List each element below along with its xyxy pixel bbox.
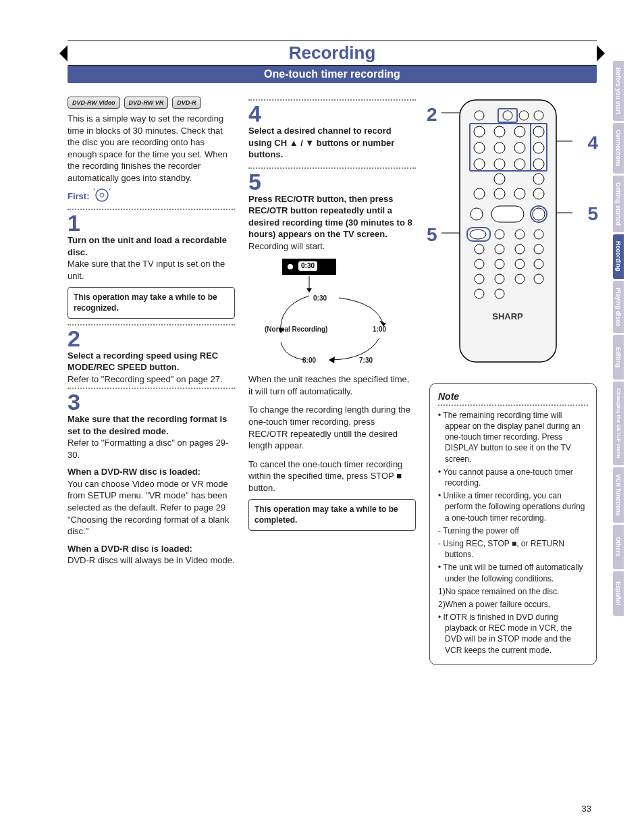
- step-2-head: Select a recording speed using REC MODE/…: [68, 350, 235, 373]
- svg-marker-7: [329, 357, 335, 363]
- svg-marker-3: [306, 288, 312, 292]
- svg-point-34: [533, 188, 544, 199]
- page-title: Recording: [281, 43, 384, 63]
- remote-brand-text: SHARP: [492, 311, 523, 321]
- svg-point-15: [519, 111, 529, 120]
- svg-point-41: [534, 230, 543, 239]
- svg-point-40: [515, 230, 525, 239]
- tab-connections: Connections: [613, 123, 624, 174]
- first-label: First:: [68, 191, 90, 201]
- step-4-number: 4: [248, 102, 416, 125]
- step-1-body: Make sure that the TV input is set on th…: [68, 258, 235, 282]
- after-note: This operation may take a while to be co…: [248, 499, 416, 530]
- page-title-bar: Recording: [68, 41, 597, 66]
- svg-point-13: [475, 111, 484, 120]
- tab-playing-discs: Playing discs: [613, 281, 624, 334]
- svg-point-53: [534, 274, 543, 284]
- after-p3: To cancel the one-touch timer recording …: [248, 459, 416, 494]
- svg-point-33: [514, 188, 525, 199]
- note-item: - Using REC, STOP ■, or RETURN buttons.: [438, 538, 588, 560]
- format-badges: DVD-RW Video DVD-RW VR DVD-R: [68, 97, 235, 109]
- svg-point-20: [533, 126, 544, 137]
- svg-point-42: [475, 244, 484, 254]
- note-item: 2)When a power failure occurs.: [438, 599, 588, 610]
- svg-point-37: [533, 208, 545, 220]
- step-5-body: Recording will start.: [248, 240, 416, 253]
- svg-point-47: [495, 259, 504, 269]
- svg-point-26: [494, 159, 505, 170]
- diag-normal: (Normal Recording): [265, 325, 327, 334]
- step-3-rw-head: When a DVD-RW disc is loaded:: [68, 466, 235, 478]
- svg-point-51: [495, 274, 504, 284]
- svg-point-29: [494, 174, 505, 184]
- svg-point-19: [514, 126, 525, 137]
- note-item: • You cannot pause a one-touch timer rec…: [438, 467, 588, 488]
- note-item: • If OTR is finished in DVD during playb…: [438, 612, 588, 656]
- note-item: 1)No space remained on the disc.: [438, 586, 588, 597]
- diag-800: 8:00: [302, 356, 316, 365]
- callout-4: 4: [587, 130, 598, 156]
- svg-point-54: [475, 289, 484, 298]
- svg-point-31: [474, 188, 485, 199]
- step-3-number: 3: [68, 390, 235, 413]
- step-1-note: This operation may take a while to be re…: [68, 287, 235, 318]
- tab-setup-menu: Changing the SETUP menu: [613, 382, 624, 465]
- tab-espanol: Español: [613, 571, 624, 616]
- note-item: • The unit will be turned off automatica…: [438, 562, 588, 583]
- step-3-head: Make sure that the recording format is s…: [68, 413, 235, 437]
- svg-point-36: [471, 208, 483, 220]
- step-1-head: Turn on the unit and load a recordable d…: [68, 234, 235, 258]
- step-3-rw-body: You can choose Video mode or VR mode fro…: [68, 478, 235, 538]
- diag-730: 7:30: [359, 356, 373, 365]
- svg-point-22: [494, 142, 505, 153]
- svg-point-1: [100, 193, 104, 197]
- side-tabs: Before you start Connections Getting sta…: [613, 61, 624, 616]
- svg-point-49: [534, 259, 543, 269]
- step-4-head: Select a desired channel to record using…: [248, 125, 416, 161]
- svg-point-52: [515, 274, 525, 284]
- badge-dvdr: DVD-R: [172, 97, 201, 109]
- svg-point-43: [495, 244, 504, 254]
- step-3-r-head: When a DVD-R disc is loaded:: [68, 543, 235, 555]
- svg-point-23: [514, 142, 525, 153]
- note-item: - Turning the power off: [438, 525, 588, 536]
- note-item: • The remaining recording time will appe…: [438, 410, 588, 465]
- section-subtitle: One-touch timer recording: [68, 66, 597, 83]
- tab-recording: Recording: [613, 234, 624, 279]
- tab-getting-started: Getting started: [613, 176, 624, 232]
- svg-point-45: [534, 244, 543, 254]
- tab-editing: Editing: [613, 335, 624, 380]
- remote-control: SHARP: [459, 99, 557, 363]
- callout-5b: 5: [587, 201, 598, 227]
- svg-point-16: [534, 111, 543, 120]
- note-item: • Unlike a timer recording, you can perf…: [438, 490, 588, 523]
- badge-dvdrw-vr: DVD-RW VR: [124, 97, 169, 109]
- page-number: 33: [582, 804, 591, 814]
- svg-point-44: [515, 244, 525, 254]
- step-1-number: 1: [68, 211, 235, 234]
- svg-point-38: [470, 230, 486, 239]
- step-5-head: Press REC/OTR button, then press REC/OTR…: [248, 193, 416, 240]
- svg-point-28: [533, 159, 544, 170]
- svg-point-27: [514, 159, 525, 170]
- step-3-r-body: DVD-R discs will always be in Video mode…: [68, 554, 235, 567]
- note-box: Note • The remaining recording time will…: [429, 383, 597, 665]
- after-p2: To change the recording length during th…: [248, 404, 416, 451]
- tab-others: Others: [613, 525, 624, 569]
- svg-point-24: [533, 142, 544, 153]
- after-p1: When the unit reaches the specified time…: [248, 373, 416, 397]
- diag-030: 0:30: [313, 294, 327, 303]
- disc-icon: [92, 188, 112, 206]
- step-2-body: Refer to "Recording speed" on page 27.: [68, 373, 235, 386]
- svg-point-48: [515, 259, 525, 269]
- svg-point-39: [495, 230, 504, 239]
- svg-point-17: [474, 126, 485, 137]
- svg-point-25: [474, 159, 485, 170]
- svg-point-30: [533, 174, 544, 184]
- note-list: • The remaining recording time will appe…: [438, 410, 588, 656]
- svg-point-14: [503, 111, 512, 120]
- step-3-body: Refer to "Formatting a disc" on pages 29…: [68, 437, 235, 461]
- svg-rect-35: [491, 206, 524, 222]
- diag-100: 1:00: [373, 325, 386, 334]
- tab-before-you-start: Before you start: [613, 61, 624, 121]
